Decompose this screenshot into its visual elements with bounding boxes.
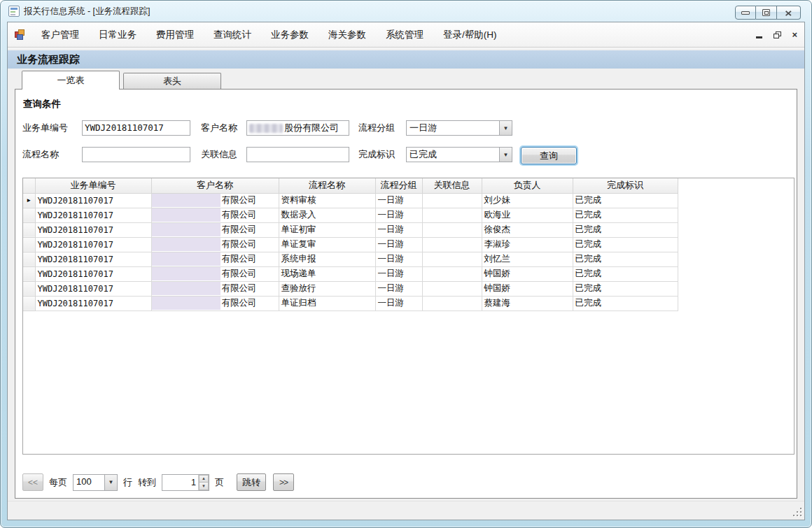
group-combo[interactable]: 一日游 ▼: [406, 120, 512, 136]
menu-item[interactable]: 日常业务: [89, 25, 146, 45]
close-button[interactable]: ×: [777, 6, 801, 20]
row-selector[interactable]: [23, 208, 35, 222]
table-cell: [422, 296, 482, 311]
column-header[interactable]: 关联信息: [422, 178, 482, 193]
table-cell: YWDJ20181107017: [35, 281, 151, 296]
table-row[interactable]: YWDJ20181107017有限公司单证归档一日游蔡建海已完成: [23, 296, 678, 311]
menu-item[interactable]: 费用管理: [146, 25, 204, 45]
menu-item[interactable]: 客户管理: [31, 25, 89, 45]
app-window: 报关行信息系统 - [业务流程跟踪] × 客户管理日常业务费用管理查询统计业务参…: [0, 0, 812, 528]
table-cell: 已完成: [573, 237, 678, 252]
tab-control: 一览表 表头 查询条件 业务单编号 YWDJ20181107017 客户名称 股…: [15, 71, 797, 499]
chevron-down-icon[interactable]: ▼: [104, 475, 117, 490]
order-no-input[interactable]: YWDJ20181107017: [82, 120, 190, 136]
table-cell: [422, 208, 482, 222]
menu-item[interactable]: 登录/帮助(H): [433, 25, 507, 45]
row-selector[interactable]: [23, 296, 35, 311]
tab-header-view[interactable]: 表头: [123, 73, 221, 89]
titlebar[interactable]: 报关行信息系统 - [业务流程跟踪] ×: [1, 1, 811, 22]
column-header[interactable]: 流程分组: [375, 178, 422, 193]
table-cell: 已完成: [573, 281, 678, 296]
chevron-down-icon[interactable]: ▼: [499, 148, 512, 162]
column-header[interactable]: 负责人: [482, 178, 573, 193]
table-cell: 钟国娇: [482, 266, 573, 281]
table-row[interactable]: YWDJ20181107017有限公司单证复审一日游李淑珍已完成: [23, 237, 678, 252]
status-combo[interactable]: 已完成 ▼: [406, 147, 512, 162]
menu-item[interactable]: 业务参数: [261, 25, 318, 45]
related-input[interactable]: [246, 147, 349, 162]
table-cell: 有限公司: [151, 296, 279, 311]
close-icon: ×: [785, 8, 792, 18]
last-page-button[interactable]: >>: [273, 473, 294, 491]
tab-strip: 一览表 表头: [15, 71, 797, 89]
table-cell: 已完成: [573, 296, 678, 311]
process-input[interactable]: [82, 147, 190, 162]
redacted-block: [152, 252, 220, 266]
table-cell: 徐俊杰: [482, 222, 573, 237]
table-cell: YWDJ20181107017: [35, 266, 151, 281]
table-cell: 欧海业: [482, 208, 573, 222]
column-header[interactable]: 业务单编号: [35, 178, 151, 193]
column-header[interactable]: 客户名称: [151, 178, 279, 193]
related-label: 关联信息: [201, 147, 237, 162]
row-selector[interactable]: [23, 237, 35, 252]
mdi-child-icon: [15, 29, 26, 40]
jump-button[interactable]: 跳转: [237, 473, 266, 491]
status-combo-value: 已完成: [407, 148, 499, 162]
menu-item[interactable]: 系统管理: [376, 25, 433, 45]
spin-down-icon[interactable]: ▼: [199, 482, 209, 490]
table-cell: [422, 222, 482, 237]
table-cell: 蔡建海: [482, 296, 573, 311]
row-selector[interactable]: [23, 281, 35, 296]
row-selector[interactable]: ►: [23, 193, 35, 208]
page-number-spinner[interactable]: 1 ▲ ▼: [162, 474, 209, 491]
redacted-block: [152, 297, 220, 310]
per-page-combo[interactable]: 100 ▼: [73, 474, 118, 491]
mdi-minimize-button[interactable]: [756, 36, 762, 38]
row-selector[interactable]: [23, 252, 35, 266]
table-row[interactable]: YWDJ20181107017有限公司查验放行一日游钟国娇已完成: [23, 281, 678, 296]
table-cell: 一日游: [375, 266, 422, 281]
table-cell: 已完成: [573, 266, 678, 281]
table-row[interactable]: YWDJ20181107017有限公司单证初审一日游徐俊杰已完成: [23, 222, 678, 237]
table-row[interactable]: YWDJ20181107017有限公司现场递单一日游钟国娇已完成: [23, 266, 678, 281]
redacted-block: [152, 267, 220, 280]
grid-body: ►YWDJ20181107017有限公司资料审核一日游刘少妹已完成YWDJ201…: [23, 193, 678, 311]
redacted-block: [152, 194, 220, 207]
redacted-block: [152, 223, 220, 236]
customer-label: 客户名称: [201, 120, 237, 136]
column-header[interactable]: 流程名称: [279, 178, 375, 193]
menu-item[interactable]: 海关参数: [318, 25, 376, 45]
client-area: 客户管理日常业务费用管理查询统计业务参数海关参数系统管理登录/帮助(H) × 业…: [7, 22, 805, 520]
row-selector[interactable]: [23, 266, 35, 281]
customer-input[interactable]: 股份有限公司: [246, 120, 349, 136]
mdi-restore-button[interactable]: [774, 31, 780, 38]
menu-item[interactable]: 查询统计: [204, 25, 261, 45]
spin-up-icon[interactable]: ▲: [199, 475, 209, 483]
minimize-button[interactable]: [735, 6, 756, 20]
table-cell: 一日游: [375, 208, 422, 222]
row-selector[interactable]: [23, 222, 35, 237]
table-cell: 有限公司: [151, 266, 279, 281]
page-unit-label: 页: [215, 476, 224, 489]
search-button[interactable]: 查询: [521, 147, 577, 164]
resize-grip-icon[interactable]: [793, 508, 802, 517]
chevron-down-icon[interactable]: ▼: [499, 121, 512, 135]
table-row[interactable]: ►YWDJ20181107017有限公司资料审核一日游刘少妹已完成: [23, 193, 678, 208]
customer-value: 股份有限公司: [284, 122, 339, 134]
table-cell: 有限公司: [151, 281, 279, 296]
first-page-button[interactable]: <<: [22, 473, 43, 491]
tab-list-view[interactable]: 一览表: [22, 71, 120, 90]
table-cell: [422, 281, 482, 296]
table-cell: 李淑珍: [482, 237, 573, 252]
mdi-close-button[interactable]: ×: [792, 30, 797, 39]
table-cell: 现场递单: [279, 266, 375, 281]
window-title: 报关行信息系统 - [业务流程跟踪]: [24, 6, 150, 17]
table-cell: YWDJ20181107017: [35, 208, 151, 222]
table-row[interactable]: YWDJ20181107017有限公司系统申报一日游刘忆兰已完成: [23, 252, 678, 266]
redacted-block: [152, 282, 220, 295]
column-header[interactable]: 完成标识: [573, 178, 678, 193]
table-cell: 一日游: [375, 222, 422, 237]
restore-button[interactable]: [756, 6, 777, 20]
table-row[interactable]: YWDJ20181107017有限公司数据录入一日游欧海业已完成: [23, 208, 678, 222]
